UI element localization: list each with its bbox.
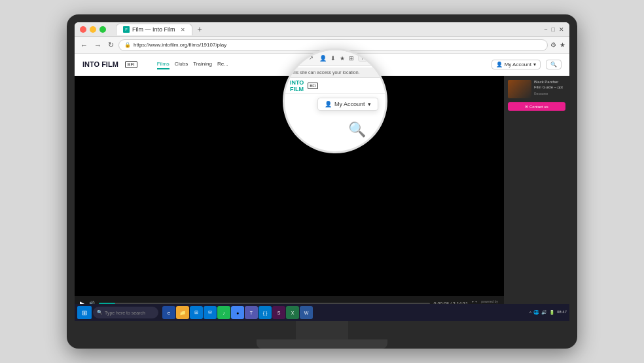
win-close[interactable]: ✕ bbox=[559, 26, 564, 33]
start-icon: ⊞ bbox=[82, 309, 87, 316]
window-max-btn[interactable] bbox=[99, 26, 106, 33]
toolbar-icons: ⚙ ★ bbox=[550, 41, 565, 48]
magnify-lock-icon: 🔒 bbox=[290, 55, 296, 61]
taskbar: ⊞ 🔍 Type here to search e 📁 ⊞ bbox=[75, 304, 569, 321]
magnify-location-bar: This site can access your location. bbox=[285, 67, 385, 78]
taskbar-app-teams[interactable]: T bbox=[245, 306, 258, 319]
url-display: https://www.intofilm.org/films/19107/pla… bbox=[134, 42, 226, 48]
bookmark-icon[interactable]: ★ bbox=[560, 41, 565, 48]
taskbar-app-slack[interactable]: S bbox=[272, 306, 285, 319]
active-tab[interactable]: F Film — Into Film ✕ bbox=[116, 24, 192, 35]
nav-films[interactable]: Films bbox=[157, 60, 170, 69]
contact-us-button[interactable]: ✉ Contact us bbox=[508, 102, 565, 111]
taskbar-search[interactable]: 🔍 Type here to search bbox=[93, 307, 158, 318]
account-chevron-icon: ▾ bbox=[533, 62, 536, 67]
forward-button[interactable]: → bbox=[92, 41, 103, 49]
nav-more[interactable]: Re... bbox=[217, 60, 228, 69]
taskbar-app-vscode[interactable]: { } bbox=[259, 306, 272, 319]
monitor-screen: F Film — Into Film ✕ + − □ ✕ ← bbox=[75, 22, 569, 321]
my-account-button[interactable]: 👤 My Account ▾ bbox=[492, 60, 541, 69]
magnify-account-icon: 👤 bbox=[325, 101, 332, 107]
magnify-content: 🔒 ★ ↗ 👤 ⬇ ★ ⊞ Not s... bbox=[285, 50, 385, 151]
magnify-not-secure-label: Not s... bbox=[362, 56, 376, 60]
bfi-logo: BFI bbox=[125, 61, 137, 68]
monitor-stand-base bbox=[257, 339, 387, 349]
search-bar[interactable]: 🔍 bbox=[546, 60, 562, 69]
new-tab-button[interactable]: + bbox=[195, 25, 205, 34]
tray-network-icon: 🌐 bbox=[533, 310, 539, 315]
browser-titlebar: F Film — Into Film ✕ + − □ ✕ bbox=[75, 22, 569, 37]
into-film-logo: INTO FILM bbox=[82, 61, 118, 68]
magnify-my-account-menu[interactable]: 👤 My Account ▾ bbox=[317, 98, 378, 111]
taskbar-app-folder[interactable]: 📁 bbox=[176, 306, 189, 319]
magnify-overlay: 🔒 ★ ↗ 👤 ⬇ ★ ⊞ Not s... bbox=[283, 48, 387, 153]
extensions-icon[interactable]: ⚙ bbox=[550, 41, 556, 48]
taskbar-app-excel[interactable]: X bbox=[286, 306, 299, 319]
zoom-search-icon: 🔍 bbox=[348, 121, 366, 138]
magnify-zoom-icon: 🔍 bbox=[348, 121, 366, 138]
monitor: F Film — Into Film ✕ + − □ ✕ ← bbox=[67, 14, 577, 349]
magnify-share-icon: ↗ bbox=[309, 55, 313, 61]
magnify-account-label: My Account bbox=[334, 101, 365, 107]
taskbar-search-placeholder: Type here to search bbox=[105, 311, 145, 315]
window-close-btn[interactable] bbox=[80, 26, 86, 33]
search-icon: 🔍 bbox=[550, 62, 557, 67]
time-display: 08:47 bbox=[557, 310, 567, 315]
header-right: 👤 My Account ▾ 🔍 bbox=[492, 60, 562, 69]
account-person-icon: 👤 bbox=[496, 62, 503, 67]
taskbar-app-chrome[interactable]: ● bbox=[231, 306, 244, 319]
magnify-account-chevron: ▾ bbox=[368, 101, 371, 107]
screen-content: F Film — Into Film ✕ + − □ ✕ ← bbox=[75, 22, 569, 321]
back-button[interactable]: ← bbox=[79, 41, 90, 49]
right-sidebar: Black Panther Film Guide – ppt Resource … bbox=[504, 76, 569, 321]
win-minimize[interactable]: − bbox=[544, 26, 547, 33]
window-min-btn[interactable] bbox=[90, 26, 96, 33]
magnify-not-secure: Not s... bbox=[358, 54, 380, 62]
magnify-toolbar-row: 🔒 ★ ↗ 👤 ⬇ ★ ⊞ Not s... bbox=[285, 50, 385, 66]
sidebar-item-label: Resource bbox=[534, 92, 565, 96]
magnify-download-icon: ⬇ bbox=[331, 55, 336, 62]
tab-favicon: F bbox=[123, 26, 130, 33]
logo-film: FILM bbox=[101, 60, 118, 68]
tray-chevron[interactable]: ^ bbox=[529, 311, 531, 315]
sidebar-item-title: Black Panther Film Guide – ppt bbox=[534, 80, 565, 90]
magnify-bfi: BFI bbox=[308, 83, 317, 89]
taskbar-app-mail[interactable]: ✉ bbox=[204, 306, 217, 319]
taskbar-search-icon: 🔍 bbox=[97, 310, 103, 315]
taskbar-app-spotify[interactable]: ♪ bbox=[217, 306, 230, 319]
taskbar-tray: ^ 🌐 🔊 🔋 08:47 bbox=[529, 310, 567, 315]
taskbar-app-edge[interactable]: e bbox=[162, 306, 175, 319]
logo-into: INTO bbox=[82, 60, 99, 68]
win-maximize[interactable]: □ bbox=[552, 26, 555, 33]
tab-close-btn[interactable]: ✕ bbox=[181, 27, 185, 33]
location-tooltip-text: This site can access your location. bbox=[290, 70, 360, 75]
taskbar-app-word[interactable]: W bbox=[300, 306, 313, 319]
tab-title: Film — Into Film bbox=[132, 26, 175, 33]
taskbar-apps: e 📁 ⊞ ✉ ♪ ● bbox=[162, 306, 528, 319]
magnify-logo: INTOFILM bbox=[290, 79, 304, 92]
sidebar-item: Black Panther Film Guide – ppt Resource bbox=[508, 80, 565, 98]
nav-training[interactable]: Training bbox=[193, 60, 212, 69]
magnify-site-header: INTOFILM BFI bbox=[285, 78, 385, 94]
sidebar-thumb-image bbox=[508, 80, 531, 98]
magnify-bookmark-icon: ★ bbox=[340, 55, 345, 62]
window-controls: − □ ✕ bbox=[544, 26, 564, 33]
refresh-button[interactable]: ↻ bbox=[106, 41, 116, 49]
tray-volume-icon: 🔊 bbox=[541, 310, 547, 315]
my-account-label: My Account bbox=[505, 62, 531, 67]
sidebar-item-info: Black Panther Film Guide – ppt Resource bbox=[534, 80, 565, 98]
sidebar-thumbnail bbox=[508, 80, 531, 98]
nav-clubs[interactable]: Clubs bbox=[175, 60, 188, 69]
ssl-icon: 🔒 bbox=[124, 42, 131, 48]
magnify-icons: 👤 ⬇ ★ ⊞ bbox=[319, 55, 354, 62]
logo-text: INTO FILM bbox=[82, 61, 118, 68]
monitor-stand-neck bbox=[296, 321, 348, 339]
tray-battery-icon: 🔋 bbox=[549, 310, 555, 315]
magnify-person-icon: 👤 bbox=[319, 55, 327, 62]
magnify-star-icon: ★ bbox=[300, 55, 305, 61]
magnify-grid-icon: ⊞ bbox=[349, 55, 354, 62]
taskbar-app-store[interactable]: ⊞ bbox=[190, 306, 203, 319]
start-button[interactable]: ⊞ bbox=[77, 306, 92, 319]
site-navigation: Films Clubs Training Re... bbox=[157, 60, 228, 69]
tab-bar: F Film — Into Film ✕ + bbox=[116, 24, 541, 35]
